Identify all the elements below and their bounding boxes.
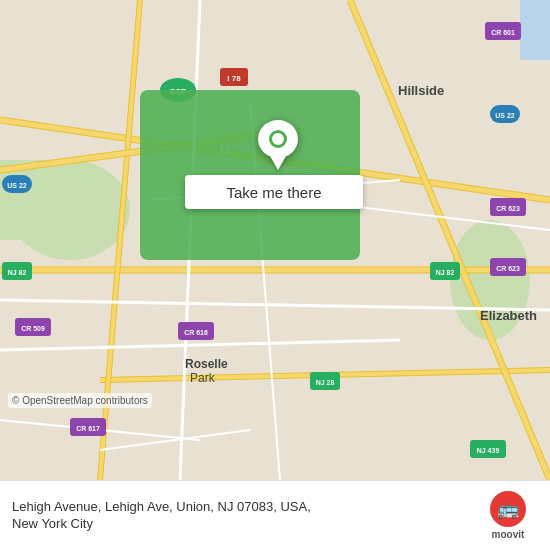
svg-text:Hillside: Hillside [398,83,444,98]
moovit-logo: 🚌 moovit [478,491,538,540]
address-container: Lehigh Avenue, Lehigh Ave, Union, NJ 070… [12,499,468,533]
moovit-text: moovit [492,529,525,540]
map-container: I 78 US 22 US 22 NJ 82 CR 601 CR 509 CR … [0,0,550,480]
take-me-there-button[interactable]: Take me there [185,175,363,209]
svg-text:CR 623: CR 623 [496,205,520,212]
svg-text:NJ 28: NJ 28 [316,379,335,386]
moovit-bus-icon: 🚌 [497,498,519,520]
svg-text:CR 623: CR 623 [496,265,520,272]
svg-text:CR 601: CR 601 [491,29,515,36]
svg-text:NJ 439: NJ 439 [477,447,500,454]
pin-inner [269,130,287,148]
map-attribution: © OpenStreetMap contributors [8,393,152,408]
svg-text:US 22: US 22 [7,182,27,189]
svg-rect-4 [520,0,550,60]
bottom-bar: Lehigh Avenue, Lehigh Ave, Union, NJ 070… [0,480,550,550]
pin-tail [270,156,286,170]
pin-circle [258,120,298,158]
svg-text:Elizabeth: Elizabeth [480,308,537,323]
svg-text:NJ 82: NJ 82 [436,269,455,276]
svg-text:CR 509: CR 509 [21,325,45,332]
svg-text:Roselle: Roselle [185,357,228,371]
take-me-there-label: Take me there [226,184,321,201]
svg-text:US 22: US 22 [495,112,515,119]
svg-text:CR 617: CR 617 [76,425,100,432]
address-line1: Lehigh Avenue, Lehigh Ave, Union, NJ 070… [12,499,468,516]
svg-text:I 78: I 78 [227,74,241,83]
svg-text:CR 616: CR 616 [184,329,208,336]
svg-text:Park: Park [190,371,216,385]
address-line2: New York City [12,516,468,533]
attribution-text: © OpenStreetMap contributors [12,395,148,406]
location-pin [258,120,298,170]
moovit-icon: 🚌 [490,491,526,527]
svg-text:NJ 82: NJ 82 [8,269,27,276]
